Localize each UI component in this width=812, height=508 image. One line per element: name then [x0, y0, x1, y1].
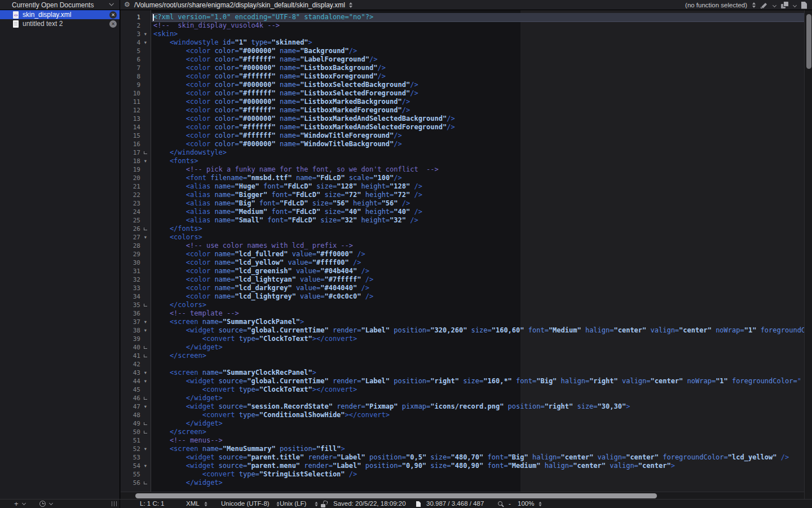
- chevron-down-icon[interactable]: [49, 501, 53, 505]
- fold-toggle[interactable]: [140, 148, 151, 157]
- fold-toggle[interactable]: [140, 394, 151, 402]
- code-line[interactable]: <color color="#000000" name="ListboxMark…: [152, 115, 804, 123]
- code-line[interactable]: <alias name="Big" font="FdLcD" size="56"…: [152, 199, 804, 208]
- fold-toggle[interactable]: [140, 343, 151, 352]
- chevron-down-icon[interactable]: [793, 3, 797, 7]
- code-line[interactable]: <fonts>: [152, 157, 804, 165]
- code-line[interactable]: <color color="#000000" name="ListboxSele…: [152, 81, 804, 89]
- fold-toggle[interactable]: ▾: [140, 462, 151, 470]
- vertical-scrollbar-thumb[interactable]: [806, 14, 811, 69]
- fold-toggle[interactable]: [140, 428, 151, 436]
- code-line[interactable]: <?xml version="1.0" encoding="UTF-8" sta…: [152, 13, 804, 21]
- function-selector[interactable]: (no function selected): [685, 2, 747, 8]
- code-line[interactable]: <convert type="ClockToText"></convert>: [152, 335, 804, 343]
- code-line[interactable]: <color name="lcd_yellow" value="#ffff00"…: [152, 259, 804, 267]
- code-line[interactable]: <color name="lcd_lightgrey" value="#c0c0…: [152, 292, 804, 301]
- code-line[interactable]: <color color="#ffffff" name="ListboxFore…: [152, 72, 804, 81]
- recent-documents-clock-icon[interactable]: [39, 501, 46, 507]
- syntax-popup[interactable]: XML: [186, 500, 200, 508]
- new-document-icon[interactable]: [801, 2, 807, 9]
- fold-toggle[interactable]: ▾: [140, 402, 151, 411]
- fold-toggle[interactable]: ▾: [140, 38, 151, 47]
- code-line[interactable]: <widget source="parent.title" render="La…: [152, 453, 804, 462]
- code-line[interactable]: <alias name="Bigger" font="FdLcD" size="…: [152, 191, 804, 199]
- code-line[interactable]: <color name="lcd_fullred" value="#ff0000…: [152, 250, 804, 259]
- code-line[interactable]: </widget>: [152, 419, 804, 428]
- code-line[interactable]: <color name="lcd_greenish" value="#04b40…: [152, 267, 804, 275]
- code-line[interactable]: <widget source="parent.menu" render="Lab…: [152, 462, 804, 470]
- code-line[interactable]: <color color="#000000" name="Background"…: [152, 47, 804, 55]
- code-line[interactable]: </fonts>: [152, 225, 804, 233]
- code-line[interactable]: <alias name="Huge" font="FdLcD" size="12…: [152, 182, 804, 191]
- fold-toggle[interactable]: ▾: [140, 30, 151, 38]
- code-line[interactable]: <screen name="MenuSummary" position="fil…: [152, 445, 804, 453]
- code-line[interactable]: <color name="lcd_darkgrey" value="#40404…: [152, 284, 804, 292]
- fold-toggle[interactable]: ▾: [140, 445, 151, 453]
- code-line[interactable]: <widget source="global.CurrentTime" rend…: [152, 377, 804, 386]
- code-line[interactable]: <color color="#000000" name="ListboxMark…: [152, 98, 804, 106]
- document-item[interactable]: skin_display.xml✕: [0, 10, 120, 19]
- fold-toggle[interactable]: ▾: [140, 326, 151, 335]
- code-line[interactable]: </screen>: [152, 352, 804, 360]
- fold-toggle[interactable]: ▾: [140, 377, 151, 386]
- code-line[interactable]: <color color="#000000" name="ListboxBack…: [152, 64, 804, 72]
- code-line[interactable]: <!-- template -->: [152, 309, 804, 318]
- close-document-button[interactable]: ✕: [109, 20, 117, 28]
- horizontal-scrollbar-thumb[interactable]: [135, 493, 657, 498]
- code-line[interactable]: <!-- skin_display_vusolo4k -->: [152, 21, 804, 30]
- fold-toggle[interactable]: [140, 301, 151, 309]
- unlocked-padlock-icon[interactable]: [321, 501, 328, 508]
- code-line[interactable]: <color color="#ffffff" name="LabelForegr…: [152, 55, 804, 64]
- open-documents-popup[interactable]: Currently Open Documents: [0, 0, 120, 10]
- zoom-level-popup[interactable]: 100%: [518, 500, 534, 508]
- code-line[interactable]: <alias name="Small" font="FdLcD" size="3…: [152, 216, 804, 225]
- code-line[interactable]: [152, 360, 804, 369]
- add-document-button[interactable]: +: [14, 500, 19, 508]
- code-line[interactable]: </widget>: [152, 394, 804, 402]
- code-line[interactable]: </widget>: [152, 479, 804, 487]
- zoom-out-button[interactable]: -: [509, 500, 511, 508]
- fold-toggle[interactable]: [140, 225, 151, 233]
- code-line[interactable]: <skin>: [152, 30, 804, 38]
- code-line[interactable]: <color color="#000000" name="WindowTitle…: [152, 140, 804, 148]
- encoding-popup[interactable]: Unicode (UTF-8): [221, 500, 270, 508]
- code-line[interactable]: <convert type="ClockToText"></convert>: [152, 386, 804, 394]
- duplicate-document-icon[interactable]: [781, 2, 788, 9]
- horizontal-scrollbar[interactable]: [121, 492, 804, 499]
- gear-icon[interactable]: ⚙: [124, 1, 130, 8]
- code-area[interactable]: <?xml version="1.0" encoding="UTF-8" sta…: [152, 13, 804, 492]
- code-line[interactable]: <color name="lcd_lightcyan" value="#7fff…: [152, 275, 804, 284]
- fold-toggle[interactable]: ▾: [140, 318, 151, 326]
- vertical-scrollbar[interactable]: [804, 10, 812, 499]
- code-line[interactable]: <color color="#ffffff" name="ListboxMark…: [152, 123, 804, 132]
- document-path-popup[interactable]: /Volumes/root/usr/share/enigma2/display/…: [134, 1, 352, 9]
- code-line[interactable]: </windowstyle>: [152, 148, 804, 157]
- code-line[interactable]: <convert type="StringListSelection" />: [152, 470, 804, 479]
- close-document-button[interactable]: ✕: [109, 11, 117, 19]
- magnifier-icon[interactable]: [498, 501, 502, 506]
- line-endings-popup[interactable]: Unix (LF): [280, 500, 306, 508]
- code-editor[interactable]: 123▾4▾56789101112131415161718▾1920212223…: [121, 10, 812, 499]
- stepper-icon[interactable]: [752, 2, 756, 8]
- fold-toggle[interactable]: [140, 479, 151, 487]
- code-line[interactable]: <!-- use color names with lcd_ prefix --…: [152, 242, 804, 250]
- chevron-down-icon[interactable]: [22, 501, 26, 505]
- code-line[interactable]: </colors>: [152, 301, 804, 309]
- code-line[interactable]: <font filename="nmsbd.ttf" name="FdLcD" …: [152, 174, 804, 182]
- code-line[interactable]: <screen name="SummaryClockRecPanel">: [152, 369, 804, 377]
- code-line[interactable]: <convert type="ConditionalShowHide"></co…: [152, 411, 804, 419]
- pencil-icon[interactable]: [761, 2, 768, 9]
- code-line[interactable]: <colors>: [152, 233, 804, 242]
- code-line[interactable]: <color color="#ffffff" name="ListboxMark…: [152, 106, 804, 115]
- code-line[interactable]: <widget source="session.RecordState" ren…: [152, 402, 804, 411]
- code-line[interactable]: <color color="#ffffff" name="ListboxSele…: [152, 89, 804, 98]
- code-line[interactable]: <!-- pick a funky name for the font, so …: [152, 165, 804, 174]
- document-item[interactable]: untitled text 2✕: [0, 19, 120, 28]
- fold-toggle[interactable]: [140, 419, 151, 428]
- code-line[interactable]: <screen name="SummaryClockPanel">: [152, 318, 804, 326]
- code-line[interactable]: <color color="#ffffff" name="WindowTitle…: [152, 132, 804, 140]
- code-line[interactable]: <alias name="Medium" font="FdLcD" size="…: [152, 208, 804, 216]
- sidebar-resize-handle[interactable]: [112, 501, 117, 506]
- code-line[interactable]: <widget source="global.CurrentTime" rend…: [152, 326, 804, 335]
- fold-toggle[interactable]: ▾: [140, 157, 151, 165]
